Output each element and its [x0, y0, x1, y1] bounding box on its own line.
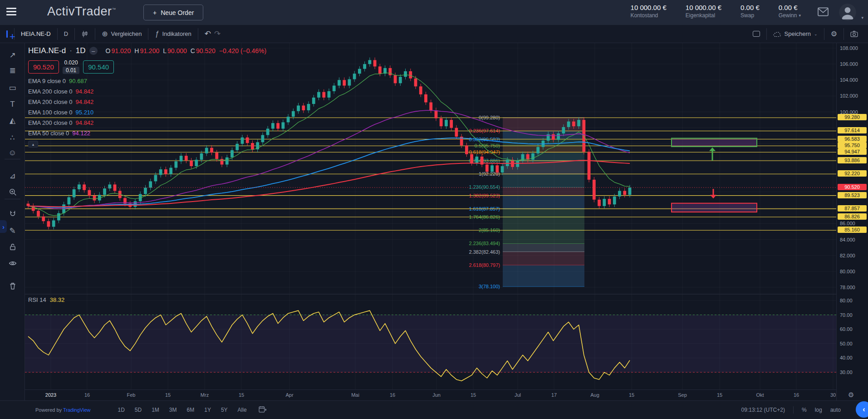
- remove-all-tool[interactable]: [0, 279, 25, 293]
- legend-collapse-icon[interactable]: –: [89, 47, 98, 55]
- percent-scale-button[interactable]: %: [802, 407, 807, 413]
- time-axis-gear-icon[interactable]: ⚙: [848, 391, 854, 399]
- interval-button[interactable]: D: [58, 28, 75, 40]
- price-axis-label: 102.000: [840, 93, 858, 99]
- current-price-badge: 90.520: [838, 184, 867, 190]
- price-axis-label: 106.000: [840, 61, 858, 67]
- redo-icon[interactable]: ↷: [214, 29, 221, 39]
- price-level-badge: 97.614: [838, 127, 867, 133]
- fx-icon: ƒ: [155, 30, 159, 38]
- time-axis-label: Mai: [351, 392, 359, 398]
- prediction-tool[interactable]: ∴: [0, 131, 25, 144]
- ema-legend-row[interactable]: EMA 50 close 094.122: [28, 130, 266, 137]
- legend-expand-button[interactable]: ▴: [28, 141, 38, 148]
- time-axis-label: Jun: [432, 392, 441, 398]
- stat-value: 0.00 €: [740, 4, 760, 11]
- time-axis[interactable]: 202316Feb15Mrz15AprMai16Jun15Jul17Aug15S…: [25, 389, 836, 400]
- stat-value: 0.00 €: [779, 4, 801, 11]
- mail-icon[interactable]: [817, 7, 829, 19]
- stat-label: Gewinn▾: [779, 12, 801, 19]
- svg-text:3(78.100): 3(78.100): [479, 284, 500, 289]
- compare-button[interactable]: ⊕Vergleichen: [95, 28, 148, 40]
- stat-label: Eigenkapital: [686, 12, 721, 19]
- ema-legend-row[interactable]: EMA 200 close 094.842: [28, 88, 266, 95]
- zoom-in-tool[interactable]: [0, 185, 25, 199]
- sidebar-expand-chevron[interactable]: ›: [0, 220, 7, 233]
- layout-button[interactable]: [746, 28, 767, 40]
- layout-icon: [753, 31, 760, 37]
- log-scale-button[interactable]: log: [815, 407, 822, 413]
- price-axis-label: 84.000: [840, 237, 855, 242]
- chart-legend: HEIA.NE-d · 1D – O91.020H91.200L90.000C9…: [28, 46, 266, 148]
- time-axis-label: Jul: [515, 392, 521, 398]
- menu-icon[interactable]: [6, 8, 16, 17]
- chart-type-button[interactable]: [75, 28, 95, 40]
- price-axis-label: 78.000: [840, 285, 855, 290]
- indicator-legend: EMA 9 close 090.687EMA 200 close 094.842…: [28, 78, 266, 137]
- price-level-badge: 87.857: [838, 205, 867, 212]
- range-6m[interactable]: 6M: [187, 407, 195, 413]
- rsi-axis-label: 70.00: [840, 312, 853, 318]
- sell-button[interactable]: 90.520: [28, 60, 59, 74]
- legend-interval[interactable]: 1D: [76, 46, 86, 55]
- time-axis-label: 2023: [45, 392, 56, 398]
- stat-label: Kontostand: [631, 12, 667, 19]
- gear-icon: ⚙: [831, 30, 837, 38]
- time-axis-label: 15: [629, 392, 634, 398]
- go-to-date-icon[interactable]: [259, 406, 266, 414]
- crosshair-tool[interactable]: +: [0, 30, 25, 44]
- text-tool[interactable]: T: [0, 98, 25, 111]
- emoji-tool[interactable]: ☺: [0, 146, 25, 160]
- svg-text:2.382(82.463): 2.382(82.463): [469, 249, 500, 255]
- range-3m[interactable]: 3M: [169, 407, 177, 413]
- avatar[interactable]: [839, 4, 856, 21]
- price-axis[interactable]: 108.000106.000104.000102.000100.00086.00…: [836, 43, 868, 400]
- range-1d[interactable]: 1D: [118, 407, 125, 413]
- time-axis-label: Apr: [285, 392, 293, 398]
- hide-all-tool[interactable]: [0, 256, 25, 270]
- undo-icon[interactable]: ↶: [205, 29, 211, 39]
- buy-button[interactable]: 90.540: [83, 60, 114, 74]
- price-axis-label: 82.000: [840, 253, 855, 258]
- range-1m[interactable]: 1M: [152, 407, 159, 413]
- price-level-badge: 89.523: [838, 192, 867, 198]
- ema-legend-row[interactable]: EMA 9 close 090.687: [28, 78, 266, 84]
- ema-legend-row[interactable]: EMA 200 close 094.842: [28, 119, 266, 126]
- fib-retracement-tool[interactable]: ≣: [0, 64, 25, 77]
- auto-scale-button[interactable]: auto: [830, 407, 841, 413]
- ema-legend-row[interactable]: EMA 200 close 094.842: [28, 99, 266, 105]
- range-5y[interactable]: 5Y: [221, 407, 228, 413]
- lock-all-tool[interactable]: [0, 240, 25, 254]
- avatar-caret-icon[interactable]: ▾: [861, 15, 863, 20]
- ruler-tool[interactable]: ⊿: [0, 169, 25, 182]
- range-alle[interactable]: Alle: [238, 407, 247, 413]
- snapshot-button[interactable]: [844, 28, 868, 40]
- tradingview-link[interactable]: TradingView: [63, 407, 91, 413]
- stat-value: 10 000.00 €: [686, 4, 721, 11]
- price-axis-label: 80.000: [840, 269, 855, 274]
- activtrader-app: ActivTrader™ + Neue Order 10 000.00 € Ko…: [0, 0, 868, 419]
- clock[interactable]: 09:13:12 (UTC+2): [741, 407, 785, 413]
- indicators-button[interactable]: ƒIndikatoren: [148, 28, 198, 40]
- price-level-badge: 95.750: [838, 142, 867, 148]
- top-bar: ActivTrader™ + Neue Order 10 000.00 € Ko…: [0, 0, 868, 25]
- chevron-down-icon[interactable]: ▾: [799, 13, 801, 18]
- range-5d[interactable]: 5D: [135, 407, 142, 413]
- ema-legend-row[interactable]: EMA 100 close 095.210: [28, 109, 266, 116]
- shapes-tool[interactable]: ▭: [0, 81, 25, 94]
- time-axis-label: 15: [471, 392, 476, 398]
- xabcd-pattern-tool[interactable]: ◭: [0, 113, 25, 127]
- time-axis-label: 15: [165, 392, 171, 398]
- new-order-button[interactable]: + Neue Order: [143, 5, 203, 20]
- time-axis-label: 30: [830, 392, 836, 398]
- rsi-legend[interactable]: RSI 1438.32: [28, 296, 64, 303]
- settings-button[interactable]: ⚙: [824, 28, 844, 40]
- save-button[interactable]: Speichern⌄: [767, 28, 824, 40]
- legend-symbol[interactable]: HEIA.NE-d: [28, 46, 66, 55]
- stat-gewinn[interactable]: 0.00 € Gewinn▾: [779, 4, 801, 19]
- range-1y[interactable]: 1Y: [204, 407, 211, 413]
- magnet-tool[interactable]: [0, 207, 25, 221]
- price-axis-label: 104.000: [840, 77, 858, 83]
- bottom-bar: Powered by TradingView 1D5D1M3M6M1Y5YAll…: [0, 400, 868, 419]
- trend-line-tool[interactable]: ↗: [0, 48, 25, 62]
